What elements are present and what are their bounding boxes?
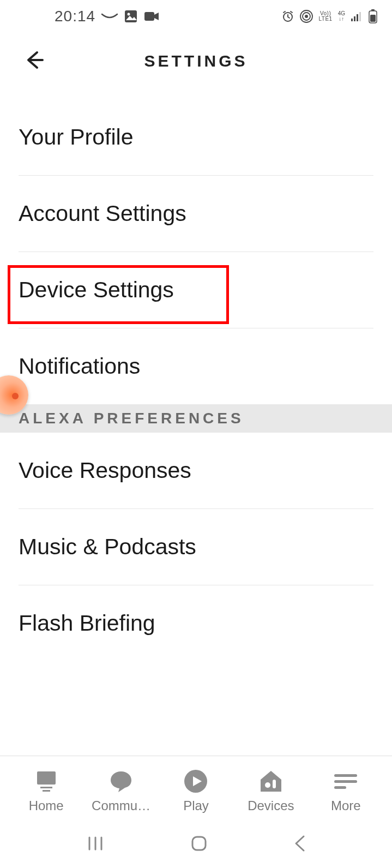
nav-devices[interactable]: Devices <box>236 769 306 813</box>
app-header: SETTINGS <box>0 39 392 83</box>
video-icon <box>143 10 160 23</box>
alarm-icon <box>281 10 294 23</box>
settings-item-account[interactable]: Account Settings <box>19 176 373 252</box>
nav-label: Devices <box>248 798 294 813</box>
list-item-label: Voice Responses <box>19 458 354 483</box>
list-item-label: Account Settings <box>19 201 354 226</box>
svg-rect-13 <box>370 15 376 22</box>
list-item-label: Flash Briefing <box>19 610 354 636</box>
svg-rect-14 <box>37 771 56 785</box>
hotspot-icon <box>300 10 313 23</box>
nav-play[interactable]: Play <box>160 769 231 813</box>
svg-rect-22 <box>334 786 346 789</box>
prefs-item-flash[interactable]: Flash Briefing <box>19 585 373 661</box>
play-icon <box>183 769 208 794</box>
nav-label: More <box>331 798 361 813</box>
svg-rect-26 <box>192 837 206 850</box>
page-title: SETTINGS <box>144 52 248 70</box>
signal-icon <box>351 11 363 22</box>
settings-item-notifications[interactable]: Notifications <box>19 328 373 404</box>
sys-back-button[interactable] <box>293 833 307 856</box>
system-nav-bar <box>0 821 392 868</box>
network-indicator: 4G ↓↑ <box>338 11 345 22</box>
amazon-swoosh-icon <box>101 12 118 21</box>
back-button[interactable] <box>23 49 45 73</box>
picture-icon <box>124 9 138 23</box>
more-icon <box>332 769 359 794</box>
status-right: Vo)) LTE1 4G ↓↑ <box>281 9 378 23</box>
list-item-label: Your Profile <box>19 124 354 150</box>
prefs-item-voice[interactable]: Voice Responses <box>19 433 373 509</box>
status-time: 20:14 <box>55 8 95 25</box>
battery-icon <box>368 9 378 23</box>
nav-label: Play <box>183 798 209 813</box>
svg-rect-2 <box>144 12 154 21</box>
svg-rect-0 <box>125 10 137 22</box>
svg-rect-10 <box>359 12 361 21</box>
recents-button[interactable] <box>85 833 106 856</box>
nav-more[interactable]: More <box>310 769 381 813</box>
nav-label: Home <box>29 798 64 813</box>
svg-rect-15 <box>40 787 52 788</box>
bottom-nav: Home Commu… Play Devices More <box>0 756 392 821</box>
svg-rect-21 <box>334 780 357 783</box>
nav-label: Commu… <box>92 798 150 813</box>
nav-communicate[interactable]: Commu… <box>86 769 156 813</box>
section-header-alexa-prefs: ALEXA PREFERENCES <box>0 404 392 433</box>
svg-point-4 <box>305 15 308 18</box>
list-item-label: Device Settings <box>19 277 354 303</box>
nav-home[interactable]: Home <box>11 769 82 813</box>
svg-rect-8 <box>354 16 355 21</box>
svg-point-1 <box>128 13 130 16</box>
settings-item-device[interactable]: Device Settings <box>19 252 373 328</box>
volte-indicator: Vo)) LTE1 <box>318 11 332 22</box>
settings-item-profile[interactable]: Your Profile <box>19 99 373 176</box>
settings-content: Your Profile Account Settings Device Set… <box>0 83 392 661</box>
status-left: 20:14 <box>55 8 160 25</box>
svg-rect-16 <box>43 790 50 792</box>
svg-point-18 <box>265 782 270 788</box>
svg-rect-9 <box>357 14 358 21</box>
lte-text: LTE1 <box>318 16 332 22</box>
home-icon <box>33 769 60 794</box>
prefs-item-music[interactable]: Music & Podcasts <box>19 509 373 585</box>
devices-icon <box>257 769 285 794</box>
home-button[interactable] <box>189 833 209 856</box>
chat-icon <box>108 769 134 794</box>
svg-rect-7 <box>351 19 353 21</box>
svg-rect-19 <box>273 780 276 788</box>
list-item-label: Notifications <box>19 354 354 379</box>
status-bar: 20:14 Vo)) LTE1 4G ↓↑ <box>0 0 392 33</box>
svg-rect-20 <box>334 774 357 777</box>
list-item-label: Music & Podcasts <box>19 534 354 560</box>
